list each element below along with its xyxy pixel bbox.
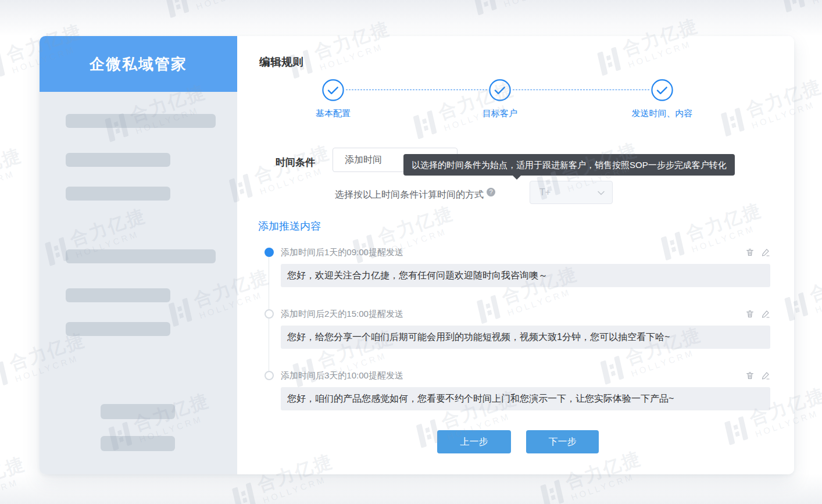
- tooltip: 以选择的时间条件为始点，适用于跟进新客户，销售按照SOP一步步完成客户转化: [403, 154, 735, 176]
- sidebar: 企微私域管家: [40, 36, 237, 474]
- calc-method-value: T+: [539, 187, 551, 197]
- trash-icon[interactable]: [745, 248, 755, 257]
- push-item: 添加时间后3天的10:00提醒发送 您好，咱们的产品您感觉如何，您看要不约个时间…: [265, 370, 770, 410]
- prev-step-button[interactable]: 上一步: [437, 430, 511, 453]
- push-item-header: 添加时间后1天的09:00提醒发送: [281, 247, 770, 258]
- skeleton-bar: [66, 187, 170, 201]
- tooltip-arrow: [513, 176, 521, 180]
- push-item-time-label: 添加时间后3天的10:00提醒发送: [281, 370, 745, 381]
- timeline-dot: [265, 248, 274, 257]
- edit-rule-dialog: 企微私域管家 编辑规则: [40, 36, 794, 474]
- push-item-time-label: 添加时间后2天的15:00提醒发送: [281, 309, 745, 320]
- push-item-time-label: 添加时间后1天的09:00提醒发送: [281, 247, 745, 258]
- edit-icon[interactable]: [761, 248, 770, 257]
- push-item-content: 您好，咱们的产品您感觉如何，您看要不约个时间上门和您演示一下，让您实际体验一下产…: [281, 387, 770, 410]
- calc-method-row: 选择按以上时间条件计算时间的方式?: [335, 189, 495, 201]
- push-item-content: 您好，给您分享一个咱们后期可能会用到的功能短视频，视频大致1分钟，您可以抽空看下…: [281, 326, 770, 349]
- timeline-dot: [265, 371, 274, 380]
- dialog-content: 编辑规则 基本配置 目标客户 发送时间、内容 时间条件 添加时间: [237, 36, 794, 474]
- push-item-list: 添加时间后1天的09:00提醒发送 您好，欢迎关注合力亿捷，您有任何问题欢迎随时…: [265, 247, 770, 410]
- push-item-header: 添加时间后3天的10:00提醒发送: [281, 370, 770, 381]
- push-item: 添加时间后2天的15:00提醒发送 您好，给您分享一个咱们后期可能会用到的功能短…: [265, 309, 770, 349]
- step-3-send-time-content[interactable]: [651, 79, 673, 101]
- tooltip-text: 以选择的时间条件为始点，适用于跟进新客户，销售按照SOP一步步完成客户转化: [412, 160, 727, 170]
- calc-method-label: 选择按以上时间条件计算时间的方式: [335, 190, 484, 199]
- check-icon: [322, 79, 344, 101]
- push-item-actions: [745, 371, 770, 380]
- help-icon[interactable]: ?: [487, 188, 495, 196]
- edit-icon[interactable]: [761, 309, 770, 319]
- step-connector: [346, 90, 487, 90]
- skeleton-bar: [66, 114, 216, 128]
- page-top-gradient: [0, 0, 822, 36]
- skeleton-bar: [101, 436, 175, 451]
- dialog-title: 编辑规则: [259, 55, 303, 70]
- add-push-content-link[interactable]: 添加推送内容: [258, 219, 321, 233]
- step-connector: [513, 90, 649, 90]
- push-item-header: 添加时间后2天的15:00提醒发送: [281, 309, 770, 319]
- hollycrm-logo-icon: [0, 52, 5, 81]
- hollycrm-logo-icon: [0, 361, 8, 390]
- skeleton-bar: [66, 288, 170, 302]
- sidebar-header: 企微私域管家: [40, 36, 237, 92]
- check-icon: [651, 79, 673, 101]
- step-label-target-customers: 目标客户: [483, 108, 517, 119]
- next-step-button[interactable]: 下一步: [526, 430, 599, 453]
- step-1-basic-config[interactable]: [322, 79, 344, 101]
- skeleton-bar: [101, 404, 175, 419]
- step-label-send-time-content: 发送时间、内容: [632, 108, 693, 119]
- skeleton-bar: [66, 249, 216, 263]
- step-2-target-customers[interactable]: [489, 79, 511, 101]
- chevron-down-icon: [597, 189, 605, 197]
- trash-icon[interactable]: [745, 371, 755, 380]
- sidebar-title: 企微私域管家: [90, 54, 187, 74]
- check-icon: [489, 79, 511, 101]
- skeleton-bar: [66, 153, 170, 167]
- calc-method-select[interactable]: T+: [530, 181, 613, 204]
- step-label-basic-config: 基本配置: [316, 108, 351, 119]
- push-item-actions: [745, 309, 770, 319]
- skeleton-bar: [66, 322, 170, 336]
- time-condition-label: 时间条件: [276, 156, 315, 169]
- push-item: 添加时间后1天的09:00提醒发送 您好，欢迎关注合力亿捷，您有任何问题欢迎随时…: [265, 247, 770, 287]
- edit-icon[interactable]: [761, 371, 770, 380]
- timeline-dot: [265, 309, 274, 319]
- push-item-actions: [745, 248, 770, 257]
- trash-icon[interactable]: [745, 309, 755, 319]
- page-bottom-gradient: [0, 474, 822, 504]
- push-item-content: 您好，欢迎关注合力亿捷，您有任何问题欢迎随时向我咨询噢～: [281, 264, 770, 287]
